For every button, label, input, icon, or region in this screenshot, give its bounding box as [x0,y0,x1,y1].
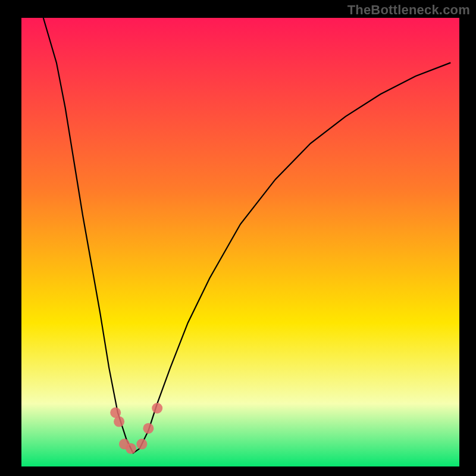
marker-point [136,439,147,449]
watermark-text: TheBottleneck.com [347,2,470,18]
marker-point [126,443,136,454]
bottleneck-chart [0,0,476,476]
marker-point [152,403,162,414]
marker-point [143,423,154,434]
chart-frame: TheBottleneck.com [0,0,476,476]
marker-point [114,416,124,427]
